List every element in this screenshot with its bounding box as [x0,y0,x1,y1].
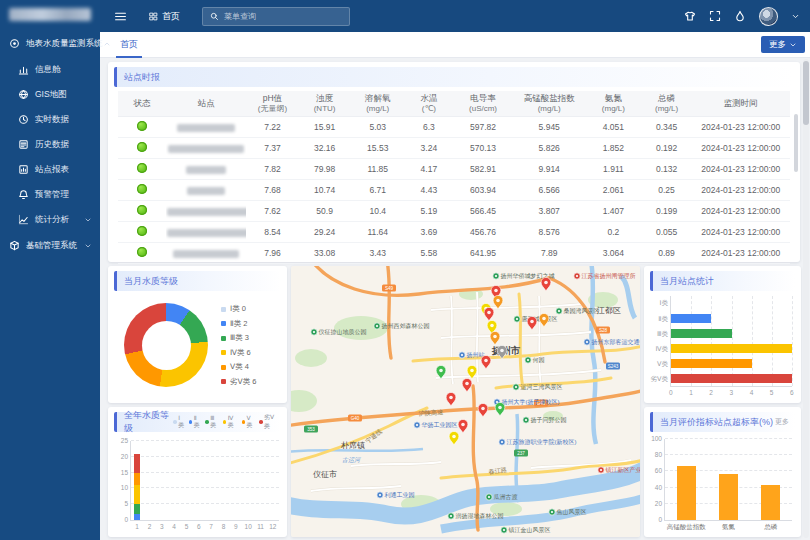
user-avatar[interactable] [759,7,778,26]
svg-text:运河三湾风景区: 运河三湾风景区 [521,383,563,391]
table-scrollbar[interactable] [794,114,798,172]
legend-item[interactable]: Ⅱ类 2 [221,317,256,332]
sidebar-item-统计分析[interactable]: 统计分析 [0,207,100,232]
map-panel: G40G40S49S28353237S243 扬州市江都区仪征市朴席镇沪陕高速春… [291,266,640,537]
status-dot [137,247,147,257]
svg-text:S49: S49 [385,286,394,291]
cell-value: 4.17 [405,159,453,180]
sidebar-item-实时数据[interactable]: 实时数据 [0,107,100,132]
water-grade-donut-chart [124,303,208,387]
svg-text:S243: S243 [608,364,619,369]
sidebar-group-1[interactable]: 基础管理系统 [0,232,100,259]
cell-value: 0.192 [641,138,691,159]
map-poi[interactable]: 镇江金山风景区 [501,526,551,533]
cell-value: 566.45 [453,201,513,222]
base-system-icon [9,240,20,251]
bar-segment [134,514,140,520]
cell-value: 5.58 [405,243,453,264]
cell-value: 10.74 [299,180,351,201]
map-canvas[interactable]: G40G40S49S28353237S243 扬州市江都区仪征市朴席镇沪陕高速春… [291,266,640,537]
legend-item[interactable]: Ⅰ类 0 [221,302,256,317]
more-button[interactable]: 更多 [761,36,805,53]
map-poi[interactable]: 仪征捺山地质公园 [311,328,367,336]
cell-value: 9.914 [513,159,585,180]
cell-value: 7.37 [246,138,298,159]
sidebar-group-0[interactable]: 地表水质量监测系统 [0,30,100,57]
exceed-rate-panel: 当月评价指标站点超标率(%) 更多 020406080100高锰酸盐指数氨氮总磷 [644,407,801,537]
map-poi[interactable]: 江苏旅游职业学院(新校区) [499,438,577,446]
sidebar-item-历史数据[interactable]: 历史数据 [0,132,100,157]
station-report-panel: 站点时报 状态站点pH值(无量纲)浊度(NTU)溶解氧(mg/L)水温(℃)电导… [108,62,800,262]
station-name-redacted [167,208,246,216]
svg-text:仪征捺山地质公园: 仪征捺山地质公园 [319,328,367,336]
stacked-bar-month-2 [143,441,155,520]
cell-value: 6.3 [405,117,453,138]
cell-value: 32.16 [299,138,351,159]
table-row: 8.5429.2411.643.69456.768.5760.20.055202… [118,222,790,243]
stacked-bar-month-12 [267,441,279,520]
svg-text:237: 237 [517,451,525,456]
map-poi[interactable]: 何园 [525,357,545,364]
svg-text:江苏省扬州闸管理所: 江苏省扬州闸管理所 [582,272,636,280]
tab-home[interactable]: 首页 [114,32,144,58]
sidebar-item-预警管理[interactable]: 预警管理 [0,182,100,207]
map-city-label: 仪征市 [313,470,337,479]
cell-value: 0.89 [641,243,691,264]
chevron-down-icon [84,216,92,224]
stacked-bar-month-4 [168,441,180,520]
monthly-grade-panel: 当月水质等级 Ⅰ类 0Ⅱ类 2Ⅲ类 3Ⅳ类 6Ⅴ类 4劣Ⅴ类 6 [108,266,287,403]
legend-item[interactable]: Ⅴ类 4 [221,360,256,375]
station-name-redacted [186,166,226,174]
map-poi[interactable]: 扬州西郊森林公园 [374,323,430,330]
map-poi[interactable]: 扬州东部客运交通中心 [584,338,640,346]
column-header: 高锰酸盐指数(mg/L) [513,91,585,117]
svg-text:扬州西郊森林公园: 扬州西郊森林公园 [382,323,430,330]
map-poi[interactable]: 扬州站 [459,352,485,359]
map-poi[interactable]: 江苏省扬州闸管理所 [574,272,636,280]
page-scrollbar[interactable] [803,59,809,538]
fullscreen-icon[interactable] [709,10,721,22]
sidebar: 地表水质量监测系统信息舱GIS地图实时数据历史数据站点报表预警管理统计分析基础管… [0,0,100,540]
legend-item[interactable]: Ⅳ类 6 [221,346,256,361]
water-drop-icon[interactable] [734,10,746,22]
svg-text:桑园湾风景区: 桑园湾风景区 [564,307,600,315]
vbar-氨氮 [719,474,738,520]
cell-time: 2024-01-23 12:00:00 [692,117,790,138]
scrollbar-thumb[interactable] [803,61,809,125]
cell-value: 5.03 [351,117,405,138]
alert-management-icon [18,189,29,200]
map-poi[interactable]: 瓜洲古渡 [486,493,518,501]
legend-item[interactable]: Ⅲ类 3 [221,331,256,346]
svg-text:华扬工业园区: 华扬工业园区 [422,421,458,429]
stacked-bar-month-6 [193,441,205,520]
topbar-home-link[interactable]: 首页 [149,10,180,23]
station-name-redacted [187,187,225,195]
sidebar-item-GIS地图[interactable]: GIS地图 [0,82,100,107]
map-water-label: 古运河 [342,456,362,463]
sidebar-item-站点报表[interactable]: 站点报表 [0,157,100,182]
map-poi[interactable]: 润扬湿地森林公园 [448,512,504,520]
map-city-label: 朴席镇 [340,441,365,450]
cell-value: 570.13 [453,138,513,159]
stacked-bar-month-8 [217,441,229,520]
search-placeholder: 菜单查询 [224,11,256,22]
statistics-icon [18,214,29,225]
cell-value: 7.82 [246,159,298,180]
search-input[interactable]: 菜单查询 [202,7,350,26]
svg-text:扬州大学(扬子津校区): 扬州大学(扬子津校区) [502,398,560,406]
cell-value: 3.69 [405,222,453,243]
hbar-Ⅴ类 [671,359,752,368]
cell-value: 7.96 [246,243,298,264]
column-header: 站点 [166,91,246,117]
cell-value: 8.576 [513,222,585,243]
donut-legend: Ⅰ类 0Ⅱ类 2Ⅲ类 3Ⅳ类 6Ⅴ类 4劣Ⅴ类 6 [221,302,256,389]
sidebar-item-信息舱[interactable]: 信息舱 [0,57,100,82]
cell-time: 2024-01-23 12:00:00 [692,222,790,243]
legend-item[interactable]: 劣Ⅴ类 6 [221,375,256,390]
cell-value: 11.64 [351,222,405,243]
map-poi[interactable]: 运河三湾风景区 [513,383,563,391]
theme-skin-icon[interactable] [684,10,696,22]
hamburger-menu-icon[interactable] [114,10,127,23]
stacked-bar-month-3 [156,441,168,520]
chevron-down-icon[interactable] [791,12,800,21]
